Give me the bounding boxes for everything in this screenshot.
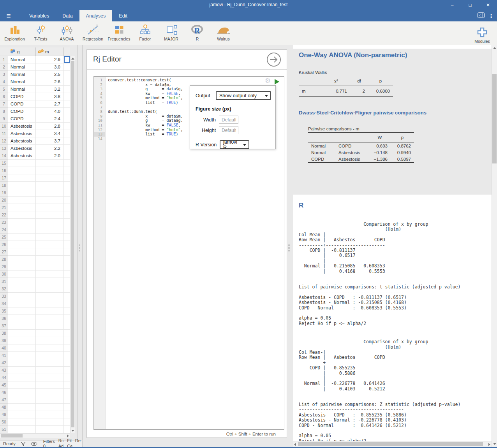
cell-g[interactable]: COPD — [8, 115, 36, 123]
ribbon-item-modules[interactable]: Modules — [470, 24, 495, 44]
row-number[interactable]: 32 — [0, 285, 8, 293]
cell-extra[interactable] — [64, 374, 70, 381]
ribbon-item-frequencies[interactable]: Frequencies — [106, 21, 132, 41]
cell-extra[interactable] — [64, 359, 70, 367]
hamburger-menu-icon[interactable]: ≡ — [0, 10, 17, 21]
cell-g[interactable] — [8, 337, 36, 344]
row-number[interactable]: 43 — [0, 367, 8, 374]
column-header-empty[interactable] — [64, 47, 70, 56]
selected-cell[interactable] — [64, 56, 70, 63]
cell-extra[interactable] — [64, 330, 70, 337]
row-number[interactable]: 15 — [0, 160, 8, 167]
cell-extra[interactable] — [64, 174, 70, 182]
sheet-horizontal-scrollbar[interactable] — [0, 433, 70, 438]
cell-m[interactable]: 2.6 — [36, 78, 64, 86]
row-number[interactable]: 37 — [0, 322, 8, 330]
kebab-menu-icon[interactable]: ⋮ — [488, 13, 494, 19]
tab-edit[interactable]: Edit — [112, 10, 134, 21]
maximize-button[interactable]: □ — [461, 0, 479, 10]
cell-extra[interactable] — [64, 130, 70, 137]
cell-g[interactable] — [8, 263, 36, 271]
collapse-arrow-button[interactable] — [266, 52, 281, 67]
cell-g[interactable] — [8, 219, 36, 226]
r-version-select[interactable]: jamovi R — [220, 140, 249, 149]
cell-extra[interactable] — [64, 63, 70, 71]
row-number[interactable]: 42 — [0, 359, 8, 367]
row-number[interactable]: 4 — [0, 78, 8, 86]
cell-extra[interactable] — [64, 315, 70, 322]
r-output-block[interactable]: R Comparison of x by group (Holm) Col Me… — [293, 202, 492, 441]
cell-m[interactable] — [36, 234, 64, 241]
cell-extra[interactable] — [64, 307, 70, 315]
cell-m[interactable] — [36, 352, 64, 359]
cell-m[interactable] — [36, 315, 64, 322]
cell-m[interactable] — [36, 381, 64, 389]
cell-m[interactable] — [36, 278, 64, 285]
cell-m[interactable] — [36, 182, 64, 189]
height-input[interactable] — [219, 126, 238, 134]
cell-extra[interactable] — [64, 219, 70, 226]
scroll-right-icon[interactable] — [488, 443, 490, 446]
row-number[interactable]: 45 — [0, 381, 8, 389]
cell-m[interactable]: 3.4 — [36, 130, 64, 137]
ribbon-item-major[interactable]: MAJOR — [158, 21, 184, 41]
cell-extra[interactable] — [64, 234, 70, 241]
cell-extra[interactable] — [64, 263, 70, 271]
cell-m[interactable] — [36, 344, 64, 352]
gear-icon[interactable]: ⚙ — [265, 77, 271, 84]
cell-m[interactable] — [36, 359, 64, 367]
scroll-left-icon[interactable] — [294, 443, 296, 446]
cell-g[interactable] — [8, 234, 36, 241]
cell-extra[interactable] — [64, 352, 70, 359]
cell-extra[interactable] — [64, 411, 70, 418]
row-number[interactable]: 10 — [0, 123, 8, 130]
cell-m[interactable]: 2.4 — [36, 115, 64, 123]
cell-g[interactable] — [8, 204, 36, 211]
cell-extra[interactable] — [64, 93, 70, 100]
scroll-down-icon[interactable] — [71, 430, 74, 432]
cell-extra[interactable] — [64, 256, 70, 263]
cell-g[interactable] — [8, 374, 36, 381]
row-number[interactable]: 2 — [0, 63, 8, 71]
cell-m[interactable] — [36, 322, 64, 330]
cell-m[interactable] — [36, 285, 64, 293]
cell-m[interactable] — [36, 396, 64, 404]
ribbon-item-regression[interactable]: Regression — [80, 21, 106, 41]
cell-g[interactable] — [8, 174, 36, 182]
cell-m[interactable]: 2.2 — [36, 145, 64, 152]
cell-m[interactable]: 2.0 — [36, 152, 64, 160]
cell-m[interactable] — [36, 211, 64, 219]
cell-g[interactable] — [8, 278, 36, 285]
cell-g[interactable] — [8, 241, 36, 248]
cell-g[interactable]: Asbestosis — [8, 137, 36, 145]
cell-m[interactable] — [36, 197, 64, 204]
cell-extra[interactable] — [64, 293, 70, 300]
cell-m[interactable] — [36, 167, 64, 174]
cell-g[interactable] — [8, 367, 36, 374]
row-number[interactable]: 11 — [0, 130, 8, 137]
row-number[interactable]: 34 — [0, 300, 8, 307]
cell-g[interactable] — [8, 426, 36, 433]
cell-g[interactable] — [8, 300, 36, 307]
cell-m[interactable] — [36, 271, 64, 278]
cell-m[interactable] — [36, 293, 64, 300]
cell-extra[interactable] — [64, 182, 70, 189]
cell-extra[interactable] — [64, 337, 70, 344]
cell-extra[interactable] — [64, 271, 70, 278]
cell-g[interactable] — [8, 160, 36, 167]
cell-extra[interactable] — [64, 226, 70, 234]
cell-m[interactable]: 2.7 — [36, 100, 64, 108]
cell-extra[interactable] — [64, 137, 70, 145]
results-horizontal-scrollbar[interactable] — [293, 441, 492, 447]
cell-m[interactable]: 4.0 — [36, 108, 64, 115]
row-number[interactable]: 27 — [0, 248, 8, 256]
cell-extra[interactable] — [64, 71, 70, 78]
row-number[interactable]: 33 — [0, 293, 8, 300]
ribbon-item-walrus[interactable]: Walrus — [210, 21, 236, 41]
cell-extra[interactable] — [64, 389, 70, 396]
row-number[interactable]: 12 — [0, 137, 8, 145]
cell-extra[interactable] — [64, 152, 70, 160]
tab-variables[interactable]: Variables — [23, 10, 56, 21]
cell-g[interactable] — [8, 248, 36, 256]
cell-m[interactable] — [36, 160, 64, 167]
